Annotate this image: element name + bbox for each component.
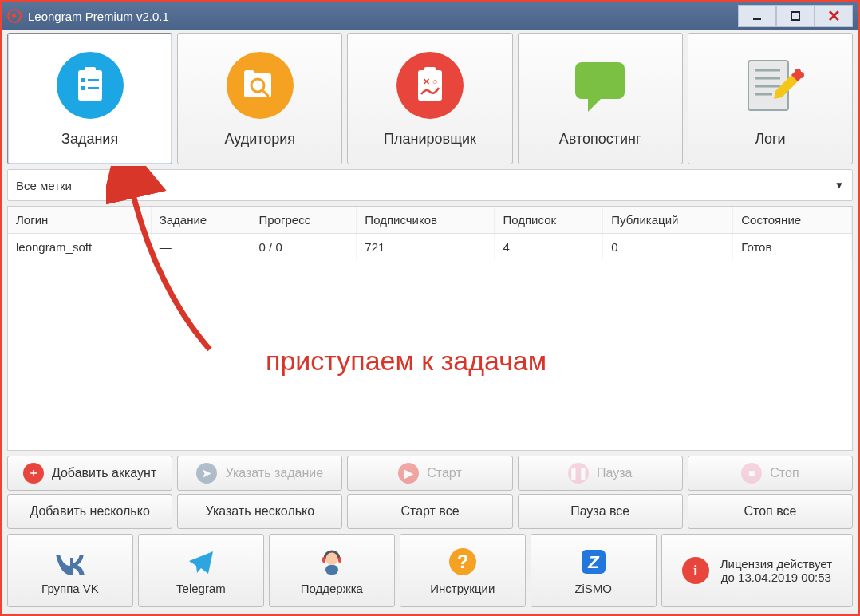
svg-rect-1 [791, 12, 799, 20]
tasks-icon [54, 49, 126, 121]
svg-rect-6 [88, 79, 99, 81]
svg-rect-4 [85, 67, 96, 73]
zismo-icon: Z [578, 547, 609, 577]
tab-label: Планировщик [384, 131, 476, 148]
instructions-button[interactable]: ? Инструкции [400, 534, 526, 607]
footer-label: Поддержка [301, 582, 363, 595]
autoposting-icon [564, 49, 636, 121]
table-row[interactable]: leongram_soft — 0 / 0 721 4 0 Готов [8, 234, 852, 261]
svg-rect-8 [88, 87, 99, 89]
plus-icon: ＋ [23, 463, 44, 484]
tab-label: Задания [61, 131, 118, 148]
svg-text:Z: Z [587, 552, 600, 572]
logs-icon [734, 49, 806, 121]
tab-label: Автопостинг [559, 131, 641, 148]
button-label: Стоп [770, 466, 799, 480]
zismo-button[interactable]: Z ZiSMO [531, 534, 657, 607]
chevron-down-icon: ▼ [834, 180, 844, 191]
button-label: Добавить несколько [30, 504, 149, 519]
button-label: Пауза все [570, 504, 629, 519]
vk-group-button[interactable]: Группа VK [7, 534, 133, 607]
audience-icon [224, 49, 296, 121]
cell-progress: 0 / 0 [251, 234, 357, 261]
telegram-button[interactable]: Telegram [138, 534, 264, 607]
col-state[interactable]: Состояние [733, 207, 852, 234]
col-publications[interactable]: Публикаций [603, 207, 733, 234]
window-title: Leongram Premium v2.0.1 [28, 10, 738, 23]
svg-rect-25 [338, 557, 341, 563]
filter-select[interactable]: Все метки ▼ [7, 169, 853, 201]
button-label: Старт [427, 466, 461, 480]
set-multiple-button[interactable]: Указать несколько [177, 494, 342, 529]
cell-login: leongram_soft [8, 234, 151, 261]
stop-all-button[interactable]: Стоп все [688, 494, 853, 529]
button-label: Указать задание [225, 466, 323, 480]
start-all-button[interactable]: Старт все [347, 494, 512, 529]
license-info: i Лицензия действует до 13.04.2019 00:53 [661, 534, 853, 607]
col-subscribers[interactable]: Подписчиков [357, 207, 495, 234]
col-task[interactable]: Задание [151, 207, 251, 234]
support-icon [317, 547, 347, 577]
button-label: Указать несколько [205, 504, 314, 519]
tab-autoposting[interactable]: Автопостинг [518, 33, 683, 164]
stop-button[interactable]: ■ Стоп [688, 456, 853, 491]
svg-text:✕ ○: ✕ ○ [423, 77, 438, 86]
svg-rect-24 [322, 557, 325, 563]
tab-label: Аудитория [224, 131, 295, 148]
maximize-button[interactable] [776, 5, 815, 27]
cell-task: — [151, 234, 251, 261]
accounts-table: Логин Задание Прогресс Подписчиков Подпи… [7, 206, 853, 451]
button-label: Добавить аккаунт [52, 466, 156, 480]
svg-rect-0 [753, 18, 761, 20]
tab-tasks[interactable]: Задания [7, 33, 172, 164]
cell-publications: 0 [603, 234, 733, 261]
start-button[interactable]: ▶ Старт [347, 456, 512, 491]
svg-rect-3 [78, 70, 102, 101]
pause-all-button[interactable]: Пауза все [518, 494, 683, 529]
filter-value: Все метки [16, 179, 834, 192]
scheduler-icon: ✕ ○ [394, 49, 466, 121]
license-line1: Лицензия действует [720, 557, 832, 571]
vk-icon [55, 547, 85, 577]
pause-icon: ❚❚ [568, 463, 589, 484]
tab-scheduler[interactable]: ✕ ○ Планировщик [347, 33, 512, 164]
help-icon: ? [448, 547, 478, 577]
add-multiple-button[interactable]: Добавить несколько [7, 494, 172, 529]
button-label: Стоп все [744, 504, 796, 519]
cell-subscriptions: 4 [495, 234, 603, 261]
footer-label: Группа VK [41, 582, 99, 595]
main-tabs: Задания Аудитория ✕ ○ Планировщик Автопо… [7, 33, 853, 164]
pointer-icon: ➤ [196, 463, 217, 484]
app-logo-icon [7, 9, 22, 23]
telegram-icon [186, 547, 216, 577]
tab-logs[interactable]: Логи [688, 33, 853, 164]
col-login[interactable]: Логин [8, 207, 151, 234]
svg-rect-14 [424, 67, 436, 73]
footer-label: Telegram [176, 582, 226, 595]
set-task-button[interactable]: ➤ Указать задание [177, 456, 342, 491]
svg-rect-5 [81, 78, 85, 82]
footer-label: ZiSMO [574, 582, 612, 595]
col-subscriptions[interactable]: Подписок [495, 207, 603, 234]
svg-rect-16 [575, 62, 625, 99]
license-line2: до 13.04.2019 00:53 [720, 571, 832, 584]
pause-button[interactable]: ❚❚ Пауза [518, 456, 683, 491]
tab-label: Логи [755, 131, 785, 148]
svg-text:?: ? [456, 551, 468, 572]
stop-icon: ■ [741, 463, 762, 484]
titlebar: Leongram Premium v2.0.1 ✕ [2, 2, 858, 30]
button-label: Старт все [400, 504, 459, 519]
svg-rect-23 [325, 565, 338, 575]
svg-rect-7 [81, 86, 85, 90]
info-icon: i [682, 557, 709, 584]
button-label: Пауза [597, 466, 632, 480]
support-button[interactable]: Поддержка [269, 534, 395, 607]
cell-subscribers: 721 [357, 234, 495, 261]
add-account-button[interactable]: ＋ Добавить аккаунт [7, 456, 172, 491]
minimize-button[interactable] [738, 5, 776, 27]
col-progress[interactable]: Прогресс [251, 207, 357, 234]
cell-state: Готов [733, 234, 852, 261]
close-button[interactable]: ✕ [815, 5, 853, 27]
play-icon: ▶ [398, 463, 419, 484]
tab-audience[interactable]: Аудитория [177, 33, 342, 164]
